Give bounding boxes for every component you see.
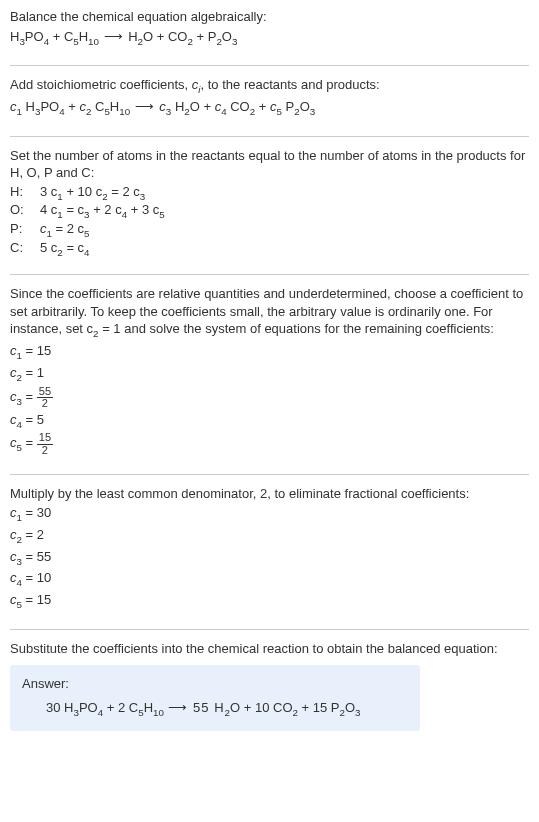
- sub: 2: [184, 106, 189, 117]
- v: = 55: [22, 549, 51, 564]
- txt: + C: [49, 29, 73, 44]
- c2-val2: c2 = 2: [10, 526, 529, 546]
- txt: O: [300, 99, 310, 114]
- txt: PO: [40, 99, 59, 114]
- txt: + P: [193, 29, 217, 44]
- fraction: 552: [37, 386, 53, 409]
- sub: 4: [84, 246, 89, 257]
- c2-val: c2 = 1: [10, 364, 529, 384]
- divider: [10, 474, 529, 475]
- eq: =: [22, 435, 37, 450]
- v: = 15: [22, 343, 51, 358]
- divider: [10, 136, 529, 137]
- txt: O + CO: [143, 29, 187, 44]
- sub: 3: [232, 35, 237, 46]
- eq-c: C: 5 c2 = c4: [10, 240, 529, 258]
- t: + 2 C: [103, 700, 138, 715]
- stoich-equation: c1 H3PO4 + c2 C5H10 ⟶ c3 H2O + c4 CO2 + …: [10, 98, 529, 118]
- t: PO: [79, 700, 98, 715]
- section-stoich: Add stoichiometric coefficients, ci, to …: [10, 76, 529, 126]
- t: = 2 c: [108, 184, 140, 199]
- divider: [10, 65, 529, 66]
- txt: O: [222, 29, 232, 44]
- sub: 3: [310, 106, 315, 117]
- label: O:: [10, 202, 30, 220]
- den: 2: [40, 398, 50, 409]
- v: = 5: [22, 412, 44, 427]
- txt: , to the reactants and products:: [201, 77, 380, 92]
- sub: 3: [355, 707, 360, 718]
- eq: =: [22, 389, 37, 404]
- divider: [10, 629, 529, 630]
- c1-val2: c1 = 30: [10, 504, 529, 524]
- t: 30 H: [46, 700, 73, 715]
- c5-val2: c5 = 15: [10, 591, 529, 611]
- sub: 10: [153, 707, 164, 718]
- t: = 2 c: [52, 221, 84, 236]
- eq-h: H: 3 c1 + 10 c2 = 2 c3: [10, 184, 529, 202]
- sub: 4: [59, 106, 64, 117]
- c4-val: c4 = 5: [10, 411, 529, 431]
- txt: H: [110, 99, 119, 114]
- sub: 3: [140, 190, 145, 201]
- t: + 2 c: [90, 202, 122, 217]
- stoich-text: Add stoichiometric coefficients, ci, to …: [10, 76, 529, 96]
- t: O: [345, 700, 355, 715]
- label: C:: [10, 240, 30, 258]
- sub: 3: [166, 106, 171, 117]
- t: + 3 c: [127, 202, 159, 217]
- v: = 10: [22, 570, 51, 585]
- c3-val: c3 = 552: [10, 386, 529, 409]
- num: 15: [37, 432, 53, 444]
- expr: c1 = 2 c5: [40, 221, 90, 239]
- arrow: ⟶: [130, 99, 159, 114]
- txt: H: [10, 29, 19, 44]
- balanced-equation: 30 H3PO4 + 2 C5H10 ⟶ 55 H2O + 10 CO2 + 1…: [22, 699, 408, 719]
- section-solve2: Multiply by the least common denominator…: [10, 485, 529, 619]
- c3-val2: c3 = 55: [10, 548, 529, 568]
- num: 55: [37, 386, 53, 398]
- answer-label: Answer:: [22, 675, 408, 693]
- v: = 30: [22, 505, 51, 520]
- section-problem: Balance the chemical equation algebraica…: [10, 8, 529, 55]
- t: 3 c: [40, 184, 57, 199]
- t: H: [144, 700, 153, 715]
- sub: 10: [119, 106, 130, 117]
- c1-val: c1 = 15: [10, 342, 529, 362]
- expr: 5 c2 = c4: [40, 240, 90, 258]
- sub: 4: [221, 106, 226, 117]
- t: = c: [63, 202, 84, 217]
- eq-p: P: c1 = 2 c5: [10, 221, 529, 239]
- v: = 2: [22, 527, 44, 542]
- txt: Add stoichiometric coefficients,: [10, 77, 192, 92]
- label: H:: [10, 184, 30, 202]
- t: + 15 P: [298, 700, 340, 715]
- expr: 3 c1 + 10 c2 = 2 c3: [40, 184, 145, 202]
- arrow: ⟶: [99, 29, 128, 44]
- txt: PO: [25, 29, 44, 44]
- sub: 5: [159, 209, 164, 220]
- c4-val2: c4 = 10: [10, 569, 529, 589]
- txt: H: [175, 99, 184, 114]
- sub: 10: [88, 35, 99, 46]
- txt: H: [26, 99, 35, 114]
- section-solve1: Since the coefficients are relative quan…: [10, 285, 529, 463]
- multiply-text: Multiply by the least common denominator…: [10, 485, 529, 503]
- c5-val: c5 = 152: [10, 432, 529, 455]
- t: ⟶ 55 H: [164, 700, 225, 715]
- divider: [10, 274, 529, 275]
- section-atoms: Set the number of atoms in the reactants…: [10, 147, 529, 264]
- unbalanced-equation: H3PO4 + C5H10 ⟶ H2O + CO2 + P2O3: [10, 28, 529, 48]
- txt: H: [79, 29, 88, 44]
- v: = 1: [22, 365, 44, 380]
- txt: H: [128, 29, 137, 44]
- section-answer: Substitute the coefficients into the che…: [10, 640, 529, 737]
- t: 5 c: [40, 240, 57, 255]
- t: 4 c: [40, 202, 57, 217]
- sub: 2: [250, 106, 255, 117]
- sub: 5: [276, 106, 281, 117]
- answer-box: Answer: 30 H3PO4 + 2 C5H10 ⟶ 55 H2O + 10…: [10, 665, 420, 730]
- t: O + 10 CO: [230, 700, 293, 715]
- solve-text: Since the coefficients are relative quan…: [10, 285, 529, 340]
- v: = 15: [22, 592, 51, 607]
